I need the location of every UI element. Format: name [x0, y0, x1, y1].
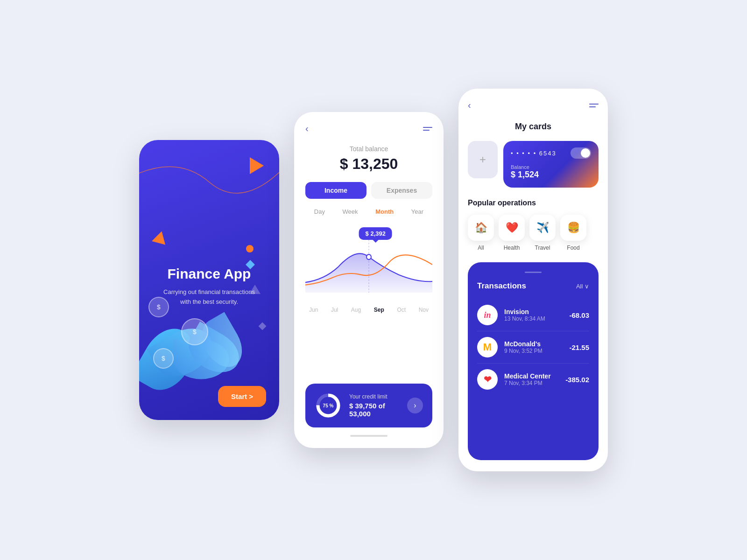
transactions-filter[interactable]: All ∨ — [576, 283, 589, 290]
period-row: Day Week Month Year — [305, 208, 432, 215]
start-button[interactable]: Start > — [218, 386, 266, 407]
cards-back-button[interactable]: ‹ — [468, 100, 471, 111]
period-day[interactable]: Day — [314, 208, 325, 215]
transactions-header: Transactions All ∨ — [477, 281, 589, 291]
circle-orange-icon — [246, 245, 254, 252]
invision-name: Invision — [504, 308, 563, 315]
coin-2-icon: $ — [181, 318, 208, 345]
donut-label: 75 % — [323, 403, 334, 408]
menu-line-2 — [423, 130, 430, 131]
card-balance: $ 1,524 — [511, 170, 591, 180]
op-health[interactable]: ❤️ Health — [499, 215, 525, 251]
invision-logo: in — [477, 305, 498, 325]
x-aug: Aug — [351, 307, 361, 313]
medical-info: Medical Center 7 Nov, 3:34 PM — [504, 372, 559, 386]
back-button[interactable]: ‹ — [305, 123, 309, 134]
app-title: Finance App — [139, 266, 279, 282]
transactions-title: Transactions — [477, 281, 526, 291]
mcdonalds-amount: -21.55 — [569, 343, 589, 351]
toggle-left — [571, 148, 581, 158]
diamond2-icon — [259, 322, 267, 330]
credit-card: 75 % Your credit limit $ 39,750 of 53,00… — [305, 384, 432, 427]
bank-card: • • • • • 6543 Balance $ 1,524 — [503, 141, 599, 188]
toggle-right — [581, 148, 590, 158]
transaction-medical: ❤ Medical Center 7 Nov, 3:34 PM -385.02 — [477, 364, 589, 395]
add-card-button[interactable]: + — [468, 141, 498, 178]
all-icon: 🏠 — [468, 215, 494, 241]
credit-arrow-button[interactable]: › — [407, 398, 423, 413]
x-jul: Jul — [331, 307, 338, 313]
ops-row: 🏠 All ❤️ Health ✈️ Travel 🍔 Food — [468, 215, 599, 251]
medical-date: 7 Nov, 3:34 PM — [504, 380, 559, 386]
splash-content: $ $ $ Finance App Carrying out financial… — [139, 140, 279, 420]
credit-title: Your credit limit — [349, 393, 400, 400]
card-row: + • • • • • 6543 Balance $ 1,524 — [468, 141, 599, 188]
invision-info: Invision 13 Nov, 8:34 AM — [504, 308, 563, 322]
top-nav: ‹ — [305, 123, 432, 134]
x-jun: Jun — [309, 307, 318, 313]
card-toggle[interactable] — [571, 147, 591, 159]
travel-icon: ✈️ — [529, 215, 556, 241]
op-travel-label: Travel — [535, 245, 550, 251]
mcdonalds-name: McDonald's — [504, 340, 563, 348]
op-food[interactable]: 🍔 Food — [560, 215, 586, 251]
medical-amount: -385.02 — [565, 376, 589, 384]
card-balance-label: Balance — [511, 164, 591, 170]
card-number-row: • • • • • 6543 — [511, 147, 591, 159]
cards-menu-button[interactable] — [589, 104, 599, 107]
x-nov: Nov — [419, 307, 429, 313]
op-health-label: Health — [504, 245, 520, 251]
donut-chart: 75 % — [315, 392, 342, 419]
invision-amount: -68.03 — [569, 311, 589, 319]
cards-menu-line-2 — [589, 106, 596, 107]
mcdonalds-logo: M — [477, 337, 498, 357]
expenses-tab[interactable]: Expenses — [371, 182, 432, 199]
tab-row: Income Expenses — [305, 182, 432, 199]
transactions-panel: Transactions All ∨ in Invision 13 Nov, 8… — [468, 262, 599, 460]
cards-screen-inner: ‹ My cards + • • • • • 6543 Balance $ 1,… — [458, 89, 608, 471]
op-all-label: All — [478, 245, 484, 251]
menu-button[interactable] — [423, 127, 432, 131]
popular-ops-title: Popular operations — [468, 199, 599, 207]
x-oct: Oct — [397, 307, 406, 313]
credit-info: Your credit limit $ 39,750 of 53,000 — [349, 393, 400, 418]
invision-date: 13 Nov, 8:34 AM — [504, 315, 563, 322]
transaction-invision: in Invision 13 Nov, 8:34 AM -68.03 — [477, 299, 589, 331]
period-week[interactable]: Week — [343, 208, 358, 215]
bottom-bar — [350, 435, 388, 437]
splash-text-block: Finance App Carrying out financial trans… — [139, 266, 279, 307]
splash-screen: $ $ $ Finance App Carrying out financial… — [139, 140, 279, 420]
app-subtitle: Carrying out financial transactionswith … — [139, 287, 279, 307]
cards-screen: ‹ My cards + • • • • • 6543 Balance $ 1,… — [458, 89, 608, 471]
mcdonalds-info: McDonald's 9 Nov, 3:52 PM — [504, 340, 563, 354]
chart-area: $ 2,392 — [305, 223, 432, 297]
food-icon: 🍔 — [560, 215, 586, 241]
chart-svg — [305, 237, 432, 293]
triangle-top-icon — [250, 157, 264, 174]
x-axis: Jun Jul Aug Sep Oct Nov — [305, 307, 432, 313]
balance-screen-inner: ‹ Total balance $ 13,250 Income Expenses… — [294, 112, 444, 448]
medical-name: Medical Center — [504, 372, 559, 380]
op-travel[interactable]: ✈️ Travel — [529, 215, 556, 251]
op-all[interactable]: 🏠 All — [468, 215, 494, 251]
balance-screen: ‹ Total balance $ 13,250 Income Expenses… — [294, 112, 444, 448]
balance-label: Total balance — [305, 145, 432, 153]
coin-3-icon: $ — [153, 348, 174, 369]
chart-tooltip: $ 2,392 — [359, 227, 392, 240]
balance-amount: $ 13,250 — [305, 155, 432, 173]
x-sep: Sep — [374, 307, 384, 313]
cards-title: My cards — [468, 122, 599, 132]
income-tab[interactable]: Income — [305, 182, 366, 199]
op-food-label: Food — [567, 245, 579, 251]
cards-top-nav: ‹ — [468, 100, 599, 111]
mcdonalds-date: 9 Nov, 3:52 PM — [504, 348, 563, 354]
period-year[interactable]: Year — [411, 208, 423, 215]
period-month[interactable]: Month — [375, 208, 394, 215]
credit-amount: $ 39,750 of 53,000 — [349, 402, 400, 418]
cards-menu-line-1 — [589, 104, 599, 105]
decorative-curve — [139, 140, 279, 243]
menu-line-1 — [423, 127, 432, 128]
health-icon: ❤️ — [499, 215, 525, 241]
drag-bar — [525, 272, 542, 273]
svg-point-1 — [366, 254, 371, 259]
